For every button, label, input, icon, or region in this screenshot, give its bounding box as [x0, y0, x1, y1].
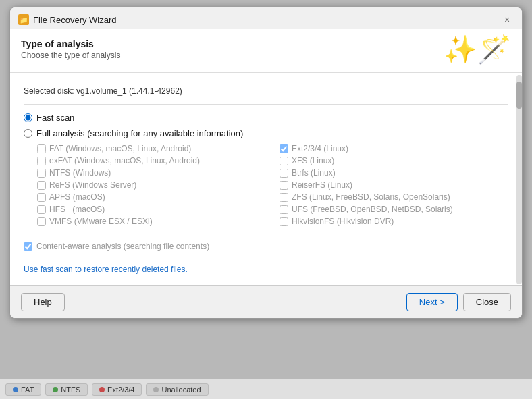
app-icon: 📁	[18, 14, 29, 25]
filesystem-refs[interactable]: ReFS (Windows Server)	[37, 180, 266, 190]
taskbar-fat: FAT	[5, 383, 41, 396]
taskbar: FAT NTFS Ext2/3/4 Unallocated	[0, 379, 532, 399]
fat-dot	[13, 387, 18, 392]
title-bar: 📁 File Recovery Wizard ×	[10, 7, 522, 29]
next-button[interactable]: Next >	[406, 293, 458, 311]
close-button[interactable]: Close	[463, 293, 511, 311]
hfsplus-label: HFS+ (macOS)	[49, 205, 105, 214]
hikvision-checkbox[interactable]	[280, 217, 288, 226]
filesystem-reiserfs[interactable]: ReiserFS (Linux)	[280, 180, 508, 190]
filesystem-exfat[interactable]: exFAT (Windows, macOS, Linux, Android)	[37, 156, 266, 165]
btrfs-checkbox[interactable]	[280, 169, 288, 178]
ntfs-dot	[53, 387, 58, 392]
ufs-label: UFS (FreeBSD, OpenBSD, NetBSD, Solaris)	[292, 205, 453, 214]
exfat-label: exFAT (Windows, macOS, Linux, Android)	[49, 156, 200, 165]
fat-checkbox[interactable]	[37, 144, 46, 153]
apfs-label: APFS (macOS)	[49, 192, 105, 202]
taskbar-ext: Ext2/3/4	[92, 383, 142, 396]
scrollbar[interactable]	[516, 75, 522, 284]
full-analysis-option[interactable]: Full analysis (searching for any availab…	[24, 128, 508, 138]
taskbar-ext-label: Ext2/3/4	[107, 385, 134, 394]
filesystem-section: FAT (Windows, macOS, Linux, Android) exF…	[24, 144, 508, 226]
refs-label: ReFS (Windows Server)	[49, 180, 136, 190]
filesystem-ntfs[interactable]: NTFS (Windows)	[37, 168, 266, 178]
fat-label: FAT (Windows, macOS, Linux, Android)	[49, 144, 191, 153]
scrollbar-thumb[interactable]	[516, 82, 522, 109]
reiserfs-checkbox[interactable]	[280, 181, 288, 190]
btrfs-label: Btrfs (Linux)	[292, 168, 336, 178]
reiserfs-label: ReiserFS (Linux)	[292, 180, 352, 190]
ufs-checkbox[interactable]	[280, 205, 288, 214]
section-subtitle: Choose the type of analysis	[21, 51, 120, 60]
content-aware-section[interactable]: Content-aware analysis (searching file c…	[24, 236, 508, 257]
hikvision-label: HikvisionFS (Hikvision DVR)	[292, 217, 394, 226]
info-text: Use fast scan to restore recently delete…	[24, 257, 508, 285]
apfs-checkbox[interactable]	[37, 193, 46, 202]
refs-checkbox[interactable]	[37, 181, 46, 190]
filesystem-right-column: Ext2/3/4 (Linux) XFS (Linux) Btrfs (Linu…	[280, 144, 508, 226]
content-aware-label: Content-aware analysis (searching file c…	[36, 242, 209, 251]
fast-scan-label: Fast scan	[36, 113, 74, 123]
xfs-label: XFS (Linux)	[292, 156, 334, 165]
full-analysis-label: Full analysis (searching for any availab…	[36, 128, 243, 138]
window-close-button[interactable]: ×	[500, 13, 514, 26]
hfsplus-checkbox[interactable]	[37, 205, 46, 214]
exfat-checkbox[interactable]	[37, 157, 46, 165]
help-button[interactable]: Help	[21, 293, 65, 311]
filesystem-left-column: FAT (Windows, macOS, Linux, Android) exF…	[37, 144, 266, 226]
zfs-checkbox[interactable]	[280, 193, 288, 202]
unallocated-dot	[153, 387, 159, 392]
selected-disk-label: Selected disk: vg1.volume_1 (1.44.1-4296…	[24, 81, 508, 105]
wizard-icon: ✨🪄	[444, 36, 511, 63]
taskbar-fat-label: FAT	[21, 385, 34, 394]
footer: Help Next > Close	[10, 286, 522, 318]
filesystem-ext234[interactable]: Ext2/3/4 (Linux)	[280, 144, 508, 153]
ntfs-checkbox[interactable]	[37, 169, 46, 178]
taskbar-unallocated-label: Unallocated	[161, 385, 201, 394]
filesystem-vmfs[interactable]: VMFS (VMware ESX / ESXi)	[37, 217, 266, 226]
fast-scan-radio[interactable]	[24, 113, 32, 122]
ntfs-label: NTFS (Windows)	[49, 168, 111, 178]
filesystem-btrfs[interactable]: Btrfs (Linux)	[280, 168, 508, 178]
fast-scan-option[interactable]: Fast scan	[24, 113, 508, 123]
ext234-checkbox[interactable]	[280, 144, 288, 153]
header-section: Type of analysis Choose the type of anal…	[10, 29, 522, 73]
filesystem-hfsplus[interactable]: HFS+ (macOS)	[37, 205, 266, 214]
xfs-checkbox[interactable]	[280, 157, 288, 165]
filesystem-ufs[interactable]: UFS (FreeBSD, OpenBSD, NetBSD, Solaris)	[280, 205, 508, 214]
ext-dot	[99, 387, 105, 392]
filesystem-fat[interactable]: FAT (Windows, macOS, Linux, Android)	[37, 144, 266, 153]
vmfs-checkbox[interactable]	[37, 217, 46, 226]
filesystem-xfs[interactable]: XFS (Linux)	[280, 156, 508, 165]
ext234-label: Ext2/3/4 (Linux)	[292, 144, 348, 153]
full-analysis-radio[interactable]	[24, 129, 32, 138]
filesystem-zfs[interactable]: ZFS (Linux, FreeBSD, Solaris, OpenSolari…	[280, 192, 508, 202]
filesystem-apfs[interactable]: APFS (macOS)	[37, 192, 266, 202]
section-title: Type of analysis	[21, 38, 120, 49]
content-aware-checkbox[interactable]	[24, 242, 32, 251]
content-area: Selected disk: vg1.volume_1 (1.44.1-4296…	[10, 73, 522, 285]
taskbar-ntfs-label: NTFS	[61, 385, 80, 394]
filesystem-hikvision[interactable]: HikvisionFS (Hikvision DVR)	[280, 217, 508, 226]
dialog: 📁 File Recovery Wizard × Type of analysi…	[9, 7, 523, 319]
zfs-label: ZFS (Linux, FreeBSD, Solaris, OpenSolari…	[292, 192, 450, 202]
dialog-title: File Recovery Wizard	[33, 15, 117, 25]
taskbar-ntfs: NTFS	[45, 383, 88, 396]
vmfs-label: VMFS (VMware ESX / ESXi)	[49, 217, 153, 226]
taskbar-unallocated: Unallocated	[146, 383, 208, 396]
